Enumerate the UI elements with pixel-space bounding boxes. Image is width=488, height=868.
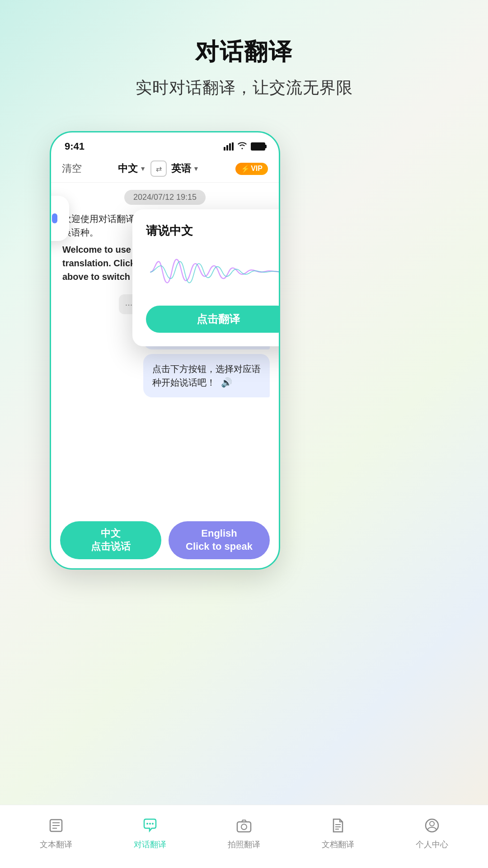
- nav-item-profile[interactable]: 个人中心: [385, 815, 479, 850]
- nav-icon-camera: [233, 815, 255, 836]
- lang-right[interactable]: 英语 ▼: [171, 162, 199, 175]
- nav-item-camera[interactable]: 拍照翻译: [197, 815, 291, 850]
- english-speak-button[interactable]: English Click to speak: [169, 521, 270, 559]
- vip-badge[interactable]: ⚡ VIP: [235, 163, 268, 175]
- chevron-down-icon: ▼: [140, 165, 146, 172]
- nav-label-dialog: 对话翻译: [134, 839, 166, 850]
- sound-icon-2: 🔊: [221, 377, 232, 387]
- phone-bottom-buttons: 中文 点击说话 English Click to speak: [60, 521, 270, 559]
- page-title: 对话翻译: [0, 36, 488, 68]
- bottom-navigation: 文本翻译 对话翻译 拍照翻译 文档翻译 个人中心: [0, 805, 488, 868]
- svg-point-6: [152, 823, 154, 825]
- signal-icon: [224, 142, 234, 151]
- status-bar: 9:41: [51, 132, 279, 157]
- voice-indicator: [50, 196, 69, 241]
- page-subtitle: 实时对话翻译，让交流无界限: [0, 77, 488, 99]
- modal-header: 请说中文 ×: [146, 223, 280, 239]
- nav-icon-profile: [421, 815, 443, 836]
- chinese-speak-button[interactable]: 中文 点击说话: [60, 521, 161, 559]
- lang-left[interactable]: 中文 ▼: [118, 162, 146, 175]
- nav-label-profile: 个人中心: [416, 839, 448, 850]
- language-bar: 清空 中文 ▼ ⇄ 英语 ▼ ⚡ VIP: [51, 157, 279, 183]
- svg-rect-7: [237, 822, 251, 832]
- nav-item-document[interactable]: 文档翻译: [291, 815, 385, 850]
- phone-mockup: 9:41 清空 中文 ▼: [50, 131, 280, 570]
- chat-bubble-right-2: 点击下方按钮，选择对应语种开始说话吧！ 🔊: [143, 354, 270, 397]
- waveform-svg: [146, 252, 280, 292]
- voice-dot-3: [52, 213, 57, 223]
- nav-label-text: 文本翻译: [40, 839, 72, 850]
- svg-point-4: [146, 823, 148, 825]
- nav-item-dialog[interactable]: 对话翻译: [103, 815, 197, 850]
- nav-item-text[interactable]: 文本翻译: [9, 815, 103, 850]
- nav-label-camera: 拍照翻译: [228, 839, 260, 850]
- translate-modal-button[interactable]: 点击翻译: [146, 306, 280, 333]
- nav-icon-text: [45, 815, 67, 836]
- svg-point-13: [430, 821, 434, 826]
- wifi-icon: [237, 142, 247, 152]
- nav-icon-document: [327, 815, 349, 836]
- language-selector: 中文 ▼ ⇄ 英语 ▼: [118, 160, 199, 177]
- status-icons: [224, 142, 265, 152]
- battery-icon: [251, 142, 265, 151]
- svg-point-5: [149, 823, 151, 825]
- status-time: 9:41: [65, 141, 84, 152]
- svg-point-8: [241, 824, 247, 830]
- lightning-icon: ⚡: [241, 165, 250, 173]
- swap-button[interactable]: ⇄: [150, 160, 167, 177]
- modal-title: 请说中文: [146, 223, 193, 239]
- nav-label-document: 文档翻译: [322, 839, 354, 850]
- date-stamp: 2024/07/12 19:15: [51, 190, 279, 205]
- waveform-container: [146, 250, 280, 295]
- speak-modal: 请说中文 × 点击翻译: [132, 209, 280, 346]
- chat-bubble-text-zh-2: 点击下方按钮，选择对应语种开始说话吧！: [152, 364, 261, 387]
- chevron-down-icon-2: ▼: [193, 165, 199, 172]
- nav-icon-dialog: [139, 815, 161, 836]
- voice-dots: [50, 209, 57, 227]
- clear-button[interactable]: 清空: [62, 162, 82, 175]
